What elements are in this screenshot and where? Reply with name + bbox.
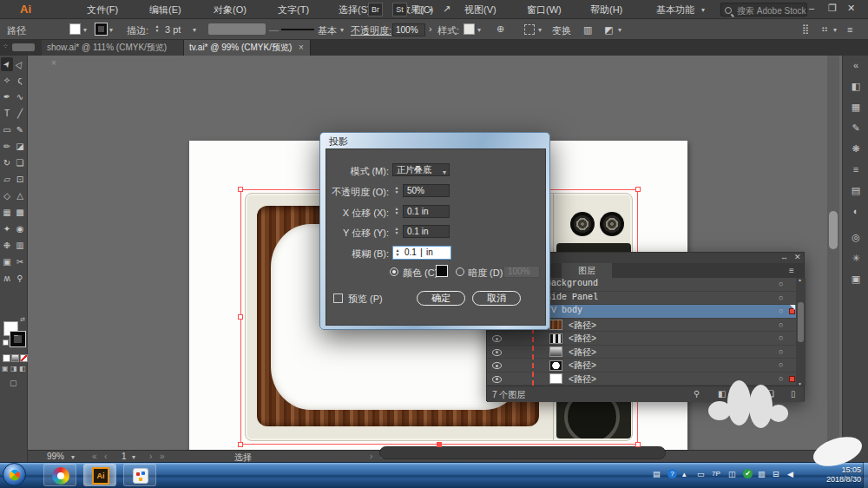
free-transform-tool[interactable]: ⊡ [14, 173, 26, 187]
tab-layers[interactable]: 图层 [562, 263, 612, 278]
selection-tool[interactable]: ➤ [1, 57, 13, 71]
selection-handle-bl[interactable] [238, 442, 243, 447]
workspace-layout-icon[interactable]: ⠶ [821, 23, 828, 35]
panel-close-icon[interactable]: ✕ [794, 253, 801, 261]
window-close-button[interactable]: ✕ [847, 3, 855, 14]
opacity-label[interactable]: 不透明度: [351, 24, 391, 37]
visibility-eye-icon[interactable] [492, 362, 502, 369]
artboard-tool[interactable]: ▣ [1, 255, 13, 269]
stroke-caret-icon[interactable]: ▾ [109, 26, 113, 34]
paintbrush-tool[interactable]: ✎ [14, 123, 26, 137]
screen-mode-button[interactable]: ▢ [10, 379, 17, 387]
bridge-button[interactable]: Br [368, 3, 383, 16]
dock-cc-icon[interactable]: ◎ [848, 229, 864, 245]
clock-date[interactable]: 2018/8/30 [826, 475, 861, 484]
shape-builder-tool[interactable]: ◇ [1, 189, 13, 203]
target-circle-icon[interactable]: ○ [779, 320, 783, 329]
selection-handle-tl[interactable] [238, 187, 243, 192]
taskbar-browser-button[interactable] [43, 464, 76, 486]
symbol-sprayer-tool[interactable]: ❉ [1, 239, 13, 253]
artboard-caret-icon[interactable]: ▾ [132, 453, 135, 461]
stroke-color-swatch[interactable] [95, 23, 107, 35]
tray-clipboard-icon[interactable]: ▥ [758, 470, 766, 478]
tray-help-icon[interactable]: ? [667, 469, 677, 478]
tray-volume-icon[interactable]: ◀ [787, 470, 793, 478]
color-mode-button[interactable] [3, 354, 10, 362]
none-mode-button[interactable] [20, 354, 28, 362]
horizontal-scrollbar-thumb[interactable] [379, 446, 666, 459]
taskbar-illustrator-button[interactable]: Ai [83, 464, 116, 486]
panel-scroll-thumb[interactable] [798, 302, 804, 342]
dock-swatches-icon[interactable]: ▦ [848, 99, 864, 115]
style-caret-icon[interactable]: ▾ [477, 26, 481, 34]
eyedropper-tool[interactable]: ✦ [1, 222, 13, 236]
perspective-grid-tool[interactable]: △ [14, 189, 26, 203]
tray-network-icon[interactable]: ⊟ [773, 470, 779, 478]
dock-transparency-icon[interactable]: ◐ [848, 203, 864, 219]
mode-dropdown[interactable]: 正片叠底 ▾ [392, 163, 450, 176]
menu-type[interactable]: 文字(T) [278, 3, 309, 16]
darkness-radio[interactable] [456, 267, 464, 276]
blend-tool[interactable]: ◉ [14, 222, 26, 236]
preview-checkbox[interactable] [333, 293, 343, 303]
selection-handle-bm[interactable] [437, 442, 442, 447]
align-icon[interactable]: ▥ [583, 24, 592, 36]
stroke-style-value[interactable]: 基本 [318, 24, 337, 37]
tray-security-icon[interactable]: ✔ [743, 469, 753, 478]
scroll-up-icon[interactable]: ▲ [798, 277, 802, 282]
select-similar-icon[interactable] [524, 24, 535, 35]
tray-ime-icon[interactable]: 7P [712, 470, 720, 478]
tray-display-icon[interactable]: ▭ [697, 470, 705, 478]
dock-color-icon[interactable]: ◧ [848, 78, 864, 94]
shape-mode-icon[interactable]: ◩ [604, 24, 613, 36]
x-offset-field[interactable]: 0.1 in [403, 205, 450, 218]
stroke-weight-value[interactable]: 3 pt [165, 24, 181, 35]
dialog-opacity-field[interactable]: 50% [403, 184, 450, 197]
stroke-style-caret-icon[interactable]: ▾ [340, 26, 344, 34]
draw-normal-icon[interactable]: ▣ [2, 365, 9, 373]
artboard-number-value[interactable]: 1 [122, 452, 127, 461]
start-button[interactable] [3, 463, 26, 486]
menu-help[interactable]: 帮助(H) [590, 3, 622, 16]
selection-handle-br[interactable] [635, 442, 641, 447]
zoom-level-value[interactable]: 99% [47, 452, 64, 461]
target-circle-icon[interactable]: ○ [779, 333, 783, 342]
slice-tool[interactable]: ✂ [14, 255, 26, 269]
target-circle-icon[interactable]: ○ [779, 374, 783, 383]
blur-field-active[interactable]: ▲▼ 0.1 | in [392, 246, 451, 260]
ok-button[interactable]: 确定 [417, 291, 465, 306]
column-graph-tool[interactable]: ▥ [14, 239, 26, 253]
stroke-weight-caret-icon[interactable]: ▾ [193, 26, 196, 34]
tray-lock-icon[interactable]: ◫ [728, 470, 736, 478]
selection-handle-ml[interactable] [238, 314, 243, 320]
curvature-tool[interactable]: ∿ [14, 90, 26, 104]
dock-symbols-icon[interactable]: ❋ [848, 141, 864, 156]
default-swatches-icon[interactable] [3, 340, 9, 346]
status-expand-icon[interactable]: › [370, 452, 372, 461]
selection-handle-tr[interactable] [635, 187, 641, 192]
hand-tool[interactable]: ʍ [1, 272, 13, 286]
fill-caret-icon[interactable]: ▾ [83, 26, 87, 34]
cancel-button[interactable]: 取消 [472, 291, 521, 306]
tab-close-icon[interactable]: × [51, 58, 56, 68]
stroke-proxy-swatch[interactable] [10, 332, 25, 346]
layer-row-path-4[interactable]: <路径> ○ [487, 359, 804, 373]
prev-artboard-icon[interactable]: ‹ [104, 452, 107, 461]
transform-link[interactable]: 变换 [552, 24, 571, 37]
dock-expand-icon[interactable]: « [848, 57, 864, 73]
width-profile-dropdown[interactable] [208, 23, 266, 35]
search-field[interactable]: 搜索 Adobe Stock [720, 3, 807, 16]
eraser-tool[interactable]: ◪ [14, 140, 26, 154]
next-artboard-icon[interactable]: › [149, 452, 152, 461]
dock-artboards-icon[interactable]: ▣ [848, 271, 864, 287]
workspace-layout-caret-icon[interactable]: ▾ [833, 26, 837, 34]
clipping-mask-icon[interactable]: ◧ [718, 389, 726, 399]
panel-collapse-icon[interactable]: ↔ [780, 253, 788, 261]
target-circle-icon[interactable]: ○ [779, 307, 783, 315]
taskbar-paint-button[interactable] [123, 464, 156, 486]
visibility-eye-icon[interactable] [492, 376, 502, 383]
tray-show-hidden-icon[interactable]: ▴ [682, 470, 687, 478]
opacity-expand-icon[interactable]: › [429, 23, 432, 34]
zoom-tool[interactable]: ⚲ [14, 272, 26, 286]
rectangle-tool[interactable]: ▭ [1, 123, 13, 137]
